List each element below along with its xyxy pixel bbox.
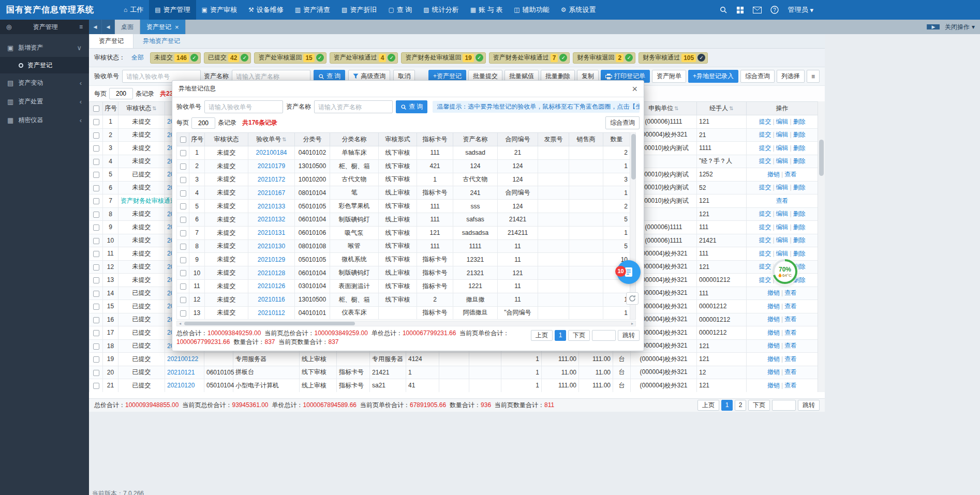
filter-option-1[interactable]: 未提交146✓	[150, 52, 201, 64]
row-checkbox[interactable]	[93, 224, 99, 231]
row-checkbox[interactable]	[93, 343, 99, 350]
row-checkbox[interactable]	[180, 217, 186, 223]
next-page-button[interactable]: 下页	[568, 330, 590, 341]
page-number-1[interactable]: 1	[555, 330, 566, 341]
receipt-link[interactable]: 20210112	[258, 309, 285, 317]
view-link[interactable]: 查看	[784, 329, 797, 336]
jump-page-input[interactable]	[592, 330, 616, 341]
edit-link[interactable]: 编辑	[776, 236, 789, 244]
row-checkbox[interactable]	[180, 283, 186, 290]
revoke-link[interactable]: 撤销	[767, 329, 780, 336]
delete-link[interactable]: 删除	[793, 223, 806, 231]
row-checkbox[interactable]	[93, 291, 99, 297]
select-all-checkbox[interactable]	[180, 137, 186, 143]
user-menu[interactable]: 管理员 ▾	[788, 5, 813, 14]
col-header-status[interactable]: 审核状态⇅	[118, 102, 165, 115]
edit-link[interactable]: 编辑	[776, 157, 789, 164]
revoke-link[interactable]: 撤销	[767, 355, 780, 363]
col-header-handler[interactable]: 经手人⇅	[697, 102, 747, 115]
row-checkbox[interactable]	[93, 251, 99, 257]
row-checkbox[interactable]	[93, 264, 99, 271]
scroll-right-icon[interactable]: ▸	[629, 321, 635, 326]
tab-desktop[interactable]: 桌面	[115, 20, 140, 34]
more-menu-button[interactable]: ≡	[807, 70, 820, 83]
delete-link[interactable]: 删除	[793, 210, 806, 217]
row-checkbox[interactable]	[180, 257, 186, 263]
receipt-link[interactable]: 202100122	[167, 355, 198, 363]
row-checkbox[interactable]	[93, 119, 99, 125]
help-icon[interactable]: ?	[770, 6, 779, 14]
filter-option-7[interactable]: 财务审核退回2✓	[573, 52, 635, 64]
filter-option-3[interactable]: 资产处审核退回15✓	[254, 52, 326, 64]
table-vertical-scrollbar[interactable]	[818, 101, 825, 392]
dialog-comprehensive-query-button[interactable]: 综合查询	[605, 116, 640, 129]
comprehensive-query-button[interactable]: 综合查询	[740, 70, 775, 83]
prev-page-button[interactable]: 上页	[697, 400, 719, 411]
receipt-link[interactable]: 202100184	[256, 149, 287, 156]
delete-link[interactable]: 删除	[793, 157, 806, 164]
dialog-asset-name-input[interactable]	[314, 100, 393, 113]
filter-option-2[interactable]: 已提交42✓	[204, 52, 251, 64]
sidebar-group-asset-disposal[interactable]: ▥资产处置‹	[0, 92, 89, 111]
nav-item-statistics[interactable]: ▨统计分析	[418, 0, 464, 20]
sidebar-item-asset-registration[interactable]: 资产登记	[0, 57, 89, 73]
view-link[interactable]: 查看	[784, 342, 797, 349]
tab-close-icon[interactable]: ×	[175, 23, 179, 31]
mail-icon[interactable]	[753, 7, 762, 13]
tab-scroll-left-button[interactable]: ◀	[89, 20, 102, 34]
jump-page-input[interactable]	[772, 400, 796, 411]
col-header-receipt[interactable]: 验收单号⇅	[248, 133, 295, 146]
submit-link[interactable]: 提交	[759, 157, 771, 164]
nav-item-settings[interactable]: ⚙系统设置	[555, 0, 602, 20]
row-checkbox[interactable]	[180, 297, 186, 303]
view-link[interactable]: 查看	[784, 303, 797, 310]
submit-link[interactable]: 提交	[759, 144, 771, 152]
row-checkbox[interactable]	[93, 370, 99, 376]
nav-item-auxiliary[interactable]: ◫辅助功能	[508, 0, 555, 20]
next-page-button[interactable]: 下页	[748, 400, 770, 411]
nav-item-work[interactable]: ⌂工作	[118, 0, 149, 20]
edit-link[interactable]: 编辑	[776, 223, 789, 231]
revoke-link[interactable]: 撤销	[767, 303, 780, 310]
dialog-vertical-scrollbar[interactable]	[630, 132, 636, 320]
jump-button[interactable]: 跳转	[618, 330, 640, 341]
dialog-query-button[interactable]: 查 询	[396, 100, 427, 113]
view-link[interactable]: 查看	[784, 316, 797, 323]
view-link[interactable]: 查看	[784, 289, 797, 296]
submit-link[interactable]: 提交	[759, 236, 771, 244]
receipt-link[interactable]: 20210131	[258, 229, 285, 236]
nav-item-asset-inventory[interactable]: ▥资产清查	[289, 0, 336, 20]
delete-link[interactable]: 删除	[793, 131, 806, 138]
receipt-link[interactable]: 20210120	[167, 382, 195, 389]
row-checkbox[interactable]	[180, 150, 186, 156]
grid-icon[interactable]	[736, 6, 744, 14]
tab-asset-registration[interactable]: 资产登记×	[140, 20, 186, 34]
filter-option-6[interactable]: 资产财务处审核通过7✓	[489, 52, 570, 64]
nav-item-asset-depreciation[interactable]: ▧资产折旧	[336, 0, 382, 20]
row-checkbox[interactable]	[180, 177, 186, 183]
receipt-link[interactable]: 20210172	[258, 176, 285, 183]
revoke-link[interactable]: 撤销	[767, 342, 780, 349]
row-checkbox[interactable]	[180, 203, 186, 209]
row-checkbox[interactable]	[93, 317, 99, 323]
dialog-page-size-input[interactable]	[191, 117, 215, 129]
sidebar-group-precision-instrument[interactable]: ▦精密仪器‹	[0, 111, 89, 129]
row-checkbox[interactable]	[93, 238, 99, 244]
delete-link[interactable]: 删除	[793, 144, 806, 152]
sidebar-group-new-asset[interactable]: ▣新增资产∨	[0, 38, 89, 57]
edit-link[interactable]: 编辑	[776, 250, 789, 257]
submit-link[interactable]: 提交	[759, 250, 771, 257]
submit-link[interactable]: 提交	[759, 184, 771, 191]
row-checkbox[interactable]	[93, 304, 99, 310]
search-icon[interactable]	[719, 6, 727, 14]
row-checkbox[interactable]	[93, 198, 99, 204]
nav-item-accounts[interactable]: ▦账 与 表	[465, 0, 509, 20]
submit-link[interactable]: 提交	[759, 118, 771, 125]
page-size-input[interactable]	[109, 88, 133, 99]
filter-option-0[interactable]: 全部	[128, 52, 147, 64]
row-checkbox[interactable]	[93, 330, 99, 336]
dialog-horizontal-scrollbar[interactable]: ◂ ▸	[176, 321, 636, 326]
delete-link[interactable]: 删除	[793, 236, 806, 244]
row-checkbox[interactable]	[93, 145, 99, 152]
row-checkbox[interactable]	[93, 185, 99, 191]
